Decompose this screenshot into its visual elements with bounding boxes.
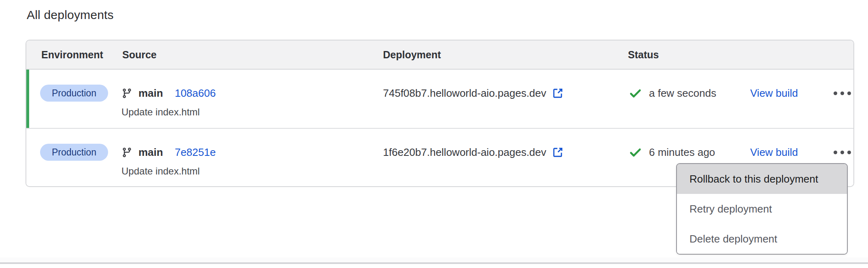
table-header-row: Environment Source Deployment Status — [26, 40, 853, 70]
column-header-status: Status — [628, 49, 659, 61]
menu-item-retry[interactable]: Retry deployment — [677, 194, 847, 224]
section-bottom-divider — [0, 262, 868, 264]
status-cell: a few seconds — [629, 85, 716, 102]
source-cell: main 108a606 — [121, 85, 216, 102]
status-time: 6 minutes ago — [649, 146, 715, 159]
check-icon — [629, 87, 642, 100]
branch-name: main — [138, 146, 163, 159]
row-actions-menu-button[interactable] — [820, 81, 854, 106]
column-header-deployment: Deployment — [383, 49, 441, 61]
deployment-url-link[interactable]: 1f6e20b7.helloworld-aio.pages.dev — [383, 144, 564, 161]
status-cell: 6 minutes ago — [629, 144, 715, 161]
current-deployment-indicator — [26, 70, 29, 128]
ellipsis-menu-icon — [834, 151, 837, 154]
deployment-url-text: 1f6e20b7.helloworld-aio.pages.dev — [383, 146, 546, 159]
menu-item-delete[interactable]: Delete deployment — [677, 224, 847, 254]
commit-message: Update index.html — [121, 166, 200, 177]
git-branch-icon — [121, 88, 132, 99]
source-cell: main 7e8251e — [121, 144, 216, 161]
menu-item-rollback[interactable]: Rollback to this deployment — [677, 164, 847, 194]
environment-badge: Production — [40, 85, 108, 102]
view-build-link[interactable]: View build — [750, 85, 798, 102]
branch-name: main — [138, 87, 163, 100]
external-link-icon — [552, 146, 564, 158]
git-branch-icon — [121, 147, 132, 158]
ellipsis-menu-icon — [834, 91, 837, 95]
column-header-source: Source — [122, 49, 157, 61]
page-title: All deployments — [27, 8, 114, 22]
check-icon — [629, 146, 642, 159]
deployment-url-text: 745f08b7.helloworld-aio.pages.dev — [383, 87, 546, 100]
commit-message: Update index.html — [121, 106, 200, 118]
table-row: Production main 108a606 Update index.htm… — [26, 70, 853, 129]
deployment-actions-menu: Rollback to this deployment Retry deploy… — [676, 163, 848, 255]
environment-badge: Production — [40, 144, 108, 161]
section-bottom-band — [0, 257, 868, 262]
deployment-url-link[interactable]: 745f08b7.helloworld-aio.pages.dev — [383, 85, 564, 102]
view-build-link[interactable]: View build — [750, 144, 798, 161]
status-time: a few seconds — [649, 87, 716, 100]
column-header-environment: Environment — [41, 49, 103, 61]
row-actions-menu-button[interactable] — [820, 140, 854, 165]
external-link-icon — [552, 87, 564, 99]
commit-link[interactable]: 7e8251e — [175, 146, 216, 159]
commit-link[interactable]: 108a606 — [175, 87, 216, 100]
